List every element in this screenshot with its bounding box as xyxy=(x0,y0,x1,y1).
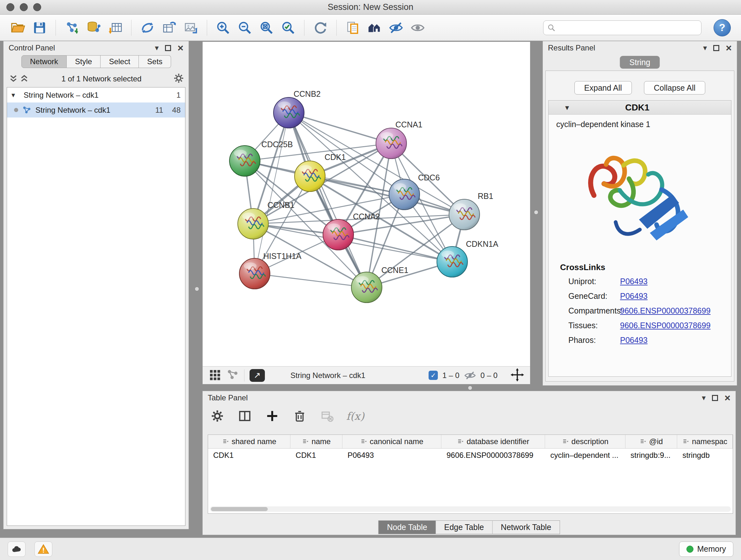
splitter-handle[interactable] xyxy=(468,386,472,390)
import-table-button[interactable] xyxy=(106,18,125,37)
column-header[interactable]: description xyxy=(545,435,625,448)
export-image-button[interactable] xyxy=(181,18,200,37)
uniprot-link[interactable]: P06493 xyxy=(620,277,648,286)
collapse-gene-icon[interactable]: ▾ xyxy=(565,103,569,112)
add-column-icon[interactable] xyxy=(264,408,280,424)
column-header[interactable]: @id xyxy=(625,435,677,448)
network-node-cdc6[interactable] xyxy=(389,179,420,210)
open-session-button[interactable] xyxy=(8,18,27,37)
zoom-in-button[interactable] xyxy=(213,18,232,37)
panel-close-icon[interactable]: × xyxy=(726,43,732,53)
import-network-database-button[interactable] xyxy=(84,18,103,37)
window-minimize-button[interactable] xyxy=(20,3,28,11)
share-view-icon[interactable] xyxy=(226,368,239,382)
eye-hidden-button[interactable] xyxy=(387,18,406,37)
tab-network-table[interactable]: Network Table xyxy=(492,520,560,534)
tissues-link[interactable]: 9606.ENSP00000378699 xyxy=(620,321,711,330)
horizontal-scrollbar[interactable] xyxy=(210,506,731,512)
network-node-hist1h1a[interactable] xyxy=(239,258,270,289)
zoom-out-button[interactable] xyxy=(235,18,254,37)
network-canvas[interactable]: CCNB2CCNA1CDC25BCDK1CDC6RB1CCNB1CCNA2CDK… xyxy=(203,42,531,366)
panel-float-icon[interactable] xyxy=(165,45,171,51)
column-header[interactable]: name xyxy=(290,435,342,448)
zoom-selected-button[interactable] xyxy=(279,18,298,37)
grid-view-icon[interactable] xyxy=(208,368,221,382)
network-node-cdkn1a[interactable] xyxy=(437,246,468,277)
help-button[interactable]: ? xyxy=(714,19,731,37)
tab-edge-table[interactable]: Edge Table xyxy=(436,520,493,534)
network-node-ccne1[interactable] xyxy=(351,272,382,303)
network-selection-row: 1 of 1 Network selected xyxy=(8,72,184,86)
copy-document-button[interactable] xyxy=(343,18,362,37)
hidden-eye-icon[interactable] xyxy=(464,369,476,381)
network-edge[interactable] xyxy=(289,113,391,143)
collapse-all-icon[interactable] xyxy=(8,74,19,84)
network-row[interactable]: String Network – cdk1 11 48 xyxy=(7,103,185,118)
warning-icon[interactable] xyxy=(35,542,52,557)
pharos-link[interactable]: P06493 xyxy=(620,335,648,345)
column-header[interactable]: canonical name xyxy=(342,435,441,448)
network-node-ccna2[interactable] xyxy=(323,219,354,250)
panel-float-icon[interactable] xyxy=(712,395,718,401)
network-collection-row[interactable]: ▾ String Network – cdk1 1 xyxy=(7,87,185,103)
splitter-handle[interactable] xyxy=(195,287,199,291)
tab-select[interactable]: Select xyxy=(100,55,139,68)
expand-all-button[interactable]: Expand All xyxy=(575,81,632,95)
genecard-link[interactable]: P06493 xyxy=(620,292,648,301)
panel-menu-icon[interactable]: ▾ xyxy=(703,44,707,52)
selected-checkbox-icon[interactable]: ✓ xyxy=(428,371,438,380)
window-zoom-button[interactable] xyxy=(33,3,41,11)
tab-sets[interactable]: Sets xyxy=(139,55,171,68)
expand-all-icon[interactable] xyxy=(19,74,30,84)
import-network-file-button[interactable] xyxy=(62,18,81,37)
delete-column-trash-icon[interactable] xyxy=(291,408,308,424)
birds-eye-navigator-icon[interactable] xyxy=(510,368,524,383)
network-view[interactable]: CCNB2CCNA1CDC25BCDK1CDC6RB1CCNB1CCNA2CDK… xyxy=(202,42,530,384)
splitter-handle[interactable] xyxy=(534,210,538,214)
tab-string[interactable]: String xyxy=(620,56,660,69)
network-edge[interactable] xyxy=(255,113,289,273)
panel-close-icon[interactable]: × xyxy=(178,43,184,53)
scrollbar-thumb[interactable] xyxy=(211,507,268,511)
panel-float-icon[interactable] xyxy=(713,45,719,51)
gene-panel-header[interactable]: ▾ CDK1 xyxy=(549,101,731,115)
memory-button[interactable]: Memory xyxy=(679,542,733,557)
tab-node-table[interactable]: Node Table xyxy=(379,520,436,534)
network-node-rb1[interactable] xyxy=(449,199,480,230)
panel-menu-icon[interactable]: ▾ xyxy=(155,44,158,52)
cloud-icon[interactable] xyxy=(8,542,25,557)
collapse-all-button[interactable]: Collapse All xyxy=(644,81,705,95)
column-header[interactable]: database identifier xyxy=(441,435,545,448)
panel-menu-icon[interactable]: ▾ xyxy=(702,394,705,401)
zoom-fit-button[interactable] xyxy=(257,18,276,37)
open-in-new-window-button[interactable]: ↗ xyxy=(250,369,265,382)
houses-button[interactable] xyxy=(365,18,384,37)
column-header[interactable]: namespac xyxy=(677,435,733,448)
tab-network[interactable]: Network xyxy=(21,55,67,68)
compartments-link[interactable]: 9606.ENSP00000378699 xyxy=(620,306,711,315)
column-header[interactable]: shared name xyxy=(208,435,290,448)
network-node-ccna1[interactable] xyxy=(376,128,407,159)
network-node-cdk1[interactable] xyxy=(294,161,325,192)
network-options-gear-icon[interactable] xyxy=(173,73,184,85)
network-from-selection-button[interactable] xyxy=(138,18,157,37)
eye-button[interactable] xyxy=(408,18,427,37)
panel-close-icon[interactable]: × xyxy=(724,393,731,403)
tab-style[interactable]: Style xyxy=(67,55,100,68)
export-table-button[interactable] xyxy=(159,18,179,37)
network-edge[interactable] xyxy=(255,273,367,287)
function-builder-icon[interactable]: f(x) xyxy=(346,410,364,422)
refresh-button[interactable] xyxy=(311,18,330,37)
window-close-button[interactable] xyxy=(6,3,14,11)
table-options-gear-icon[interactable] xyxy=(209,408,226,424)
network-edge[interactable] xyxy=(338,235,452,262)
network-node-cdc25b[interactable] xyxy=(229,145,260,176)
network-node-ccnb2[interactable] xyxy=(273,98,304,128)
network-node-ccnb1[interactable] xyxy=(238,208,268,239)
table-row[interactable]: CDK1 CDK1 P06493 9606.ENSP00000378699 cy… xyxy=(208,449,733,462)
tree-expander-icon[interactable]: ▾ xyxy=(11,91,20,99)
network-edge[interactable] xyxy=(289,113,367,287)
save-session-button[interactable] xyxy=(30,18,49,37)
show-columns-icon[interactable] xyxy=(237,408,253,424)
search-input[interactable] xyxy=(559,23,697,32)
